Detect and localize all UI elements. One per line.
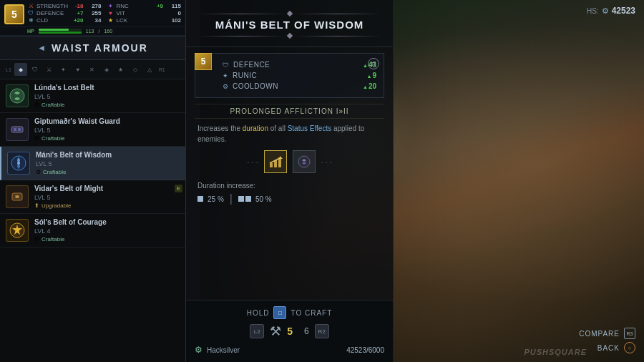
divider-line-left: [197, 14, 285, 14]
back-button[interactable]: BACK ○: [597, 342, 635, 353]
defence-icon: 🛡: [27, 10, 34, 16]
cooldown-detail-row: ⚙ COOLDOWN 20: [203, 81, 376, 92]
list-item[interactable]: Giptumaðr's Waist Guard LVL 5 ⚙ Craftabl…: [0, 113, 185, 147]
resource-amount: 42523/6000: [346, 346, 384, 354]
defence-change: +7: [77, 10, 83, 16]
item-name-5: Sól's Belt of Courage: [34, 218, 180, 227]
item-level-badge: 5: [195, 53, 212, 70]
runic-detail-icon: ✦: [223, 72, 228, 79]
hp-current: 113: [86, 29, 94, 34]
duration-section: Duration increase: 25 % | 50 %: [186, 179, 393, 208]
defence-stat-row: 🛡 DEFENCE +7 255: [27, 10, 102, 16]
list-item[interactable]: Vidar's Belt of Might LVL 5 ⬆ Upgradable…: [0, 180, 185, 214]
rnc-value: 115: [165, 3, 181, 9]
filter-tab-diamond[interactable]: ◇: [129, 63, 142, 76]
duration-value-1: 25 %: [208, 195, 224, 203]
filter-tab-all[interactable]: ◆: [14, 63, 27, 76]
item-name-4: Vidar's Belt of Might: [34, 185, 180, 193]
svg-point-0: [10, 89, 24, 103]
hs-icon: ⚙: [602, 6, 609, 16]
hs-label: HS:: [587, 7, 599, 15]
list-item[interactable]: Máni's Belt of Wisdom LVL 5 ⚙ Craftable: [0, 147, 185, 180]
hold-label: HOLD: [247, 309, 270, 317]
perk-upgrade-icon-2[interactable]: [293, 150, 316, 173]
dur-bar-2b: [245, 196, 251, 202]
back-circle-btn: ○: [624, 342, 635, 353]
hp-bar2-fill: [39, 31, 82, 34]
craftable-icon-2: ⚙: [34, 135, 39, 142]
filter-tab-sword[interactable]: ⚔: [43, 63, 56, 76]
l2-badge[interactable]: L2: [250, 324, 264, 338]
item-level-4: LVL 5: [34, 194, 180, 201]
list-item[interactable]: Sól's Belt of Courage LVL 4 ⚙ Craftable: [0, 214, 185, 248]
hp-bars-row: HP 113 / 160: [0, 27, 185, 36]
defence-detail-row: 🛡 DEFENCE 43: [203, 59, 376, 70]
hud-top-right: HS: ⚙ 42523: [587, 6, 635, 16]
duration-bar-group-2: [238, 196, 251, 202]
r2-badge[interactable]: R2: [315, 324, 329, 338]
strength-change: -18: [75, 3, 84, 9]
left-arrow-icon[interactable]: ◄: [37, 43, 46, 53]
craft-button[interactable]: □: [273, 306, 286, 319]
item-info-5: Sól's Belt of Courage LVL 4 ⚙ Craftable: [34, 218, 180, 243]
divider-diamond2: [286, 33, 292, 39]
detail-title: MÁNI'S BELT OF WISDOM: [197, 19, 381, 31]
lck-icon: ★: [107, 17, 114, 24]
dur-separator: |: [230, 192, 233, 205]
item-badge-1: ⚙ Craftable: [34, 102, 180, 108]
item-info-4: Vidar's Belt of Might LVL 5 ⬆ Upgradable: [34, 185, 180, 209]
svg-rect-2: [14, 128, 16, 131]
filter-tab-star[interactable]: ★: [114, 63, 127, 76]
item-badge-3: ⚙ Craftable: [36, 169, 180, 175]
hs-value: 42523: [612, 6, 635, 16]
perk-upgrade-row: - - - - - -: [186, 150, 393, 173]
cld-label: CLD: [36, 17, 72, 24]
defence-detail-icon: 🛡: [223, 62, 229, 69]
perk-upgrade-icon-1[interactable]: [264, 150, 287, 173]
item-badge-4: ⬆ Upgradable: [34, 202, 180, 209]
item-level-2: LVL 5: [34, 127, 180, 134]
defence-detail-name: DEFENCE: [233, 61, 358, 69]
upgradable-icon-4: ⬆: [34, 202, 39, 209]
hp-bar-fill: [39, 29, 69, 31]
dur-bar-1: [197, 196, 203, 202]
r-badge: R: [368, 58, 379, 69]
perk-desc-2: of all: [268, 124, 288, 132]
rnc-label: RNC: [117, 3, 155, 9]
divider-line-right: [295, 14, 382, 14]
anvil-icon: ⚒: [270, 323, 281, 339]
item-badge-5: ⚙ Craftable: [34, 236, 180, 243]
filter-tab-gem[interactable]: ◈: [100, 63, 113, 76]
perk-dash-left: - - -: [247, 158, 258, 166]
divider-line-left2: [197, 36, 285, 36]
item-icon-3: [7, 152, 30, 175]
r1-label: R1: [159, 67, 165, 72]
filter-tab-x[interactable]: ✕: [86, 63, 99, 76]
item-name-3: Máni's Belt of Wisdom: [36, 151, 180, 160]
upgradable-label-4: Upgradable: [42, 202, 71, 209]
duration-label: Duration increase:: [197, 182, 381, 190]
craft-level-number: 5: [287, 326, 293, 337]
hp-label: HP: [27, 29, 34, 34]
strength-label: STRENGTH: [36, 3, 73, 9]
defence-value: 255: [86, 10, 102, 16]
filter-tab-shield[interactable]: 🛡: [29, 63, 42, 76]
item-icon-1: [6, 84, 29, 107]
duration-value-2: 50 %: [255, 195, 272, 203]
item-list: Lúnda's Lost Belt LVL 5 ⚙ Craftable Gipt…: [0, 79, 185, 248]
filter-tab-triangle[interactable]: △: [143, 63, 156, 76]
defence-label: DEFENCE: [36, 10, 74, 16]
vit-icon: ♥: [107, 10, 114, 16]
runic-detail-name: RUNIC: [233, 72, 363, 79]
item-level-3: LVL 5: [36, 160, 180, 167]
item-stats-box: 5 R 🛡 DEFENCE 43 ✦ RUNIC 9 ⚙ COOLDOWN 20: [195, 53, 384, 98]
craftable-icon-3: ⚙: [36, 169, 41, 175]
l1-label: L1: [6, 67, 11, 72]
compare-button[interactable]: COMPARE R3: [579, 328, 635, 339]
hp-bar-wrapper: [39, 29, 82, 34]
filter-tab-heart[interactable]: ♥: [72, 63, 84, 76]
svg-marker-13: [280, 156, 283, 159]
item-info-3: Máni's Belt of Wisdom LVL 5 ⚙ Craftable: [36, 151, 180, 175]
filter-tab-rune[interactable]: ✦: [57, 63, 70, 76]
list-item[interactable]: Lúnda's Lost Belt LVL 5 ⚙ Craftable: [0, 79, 185, 113]
